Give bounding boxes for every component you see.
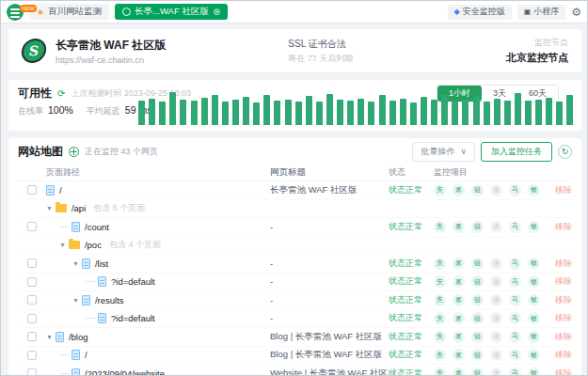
monitor-badge-马[interactable]: 马 bbox=[509, 331, 521, 343]
monitor-badge-篡[interactable]: 篡 bbox=[453, 184, 465, 196]
monitor-badge-链[interactable]: 链 bbox=[471, 331, 484, 343]
site-url[interactable]: https://waf-ce.chaitin.cn bbox=[56, 55, 166, 65]
page-path[interactable]: / bbox=[85, 350, 87, 360]
page-path[interactable]: / bbox=[59, 185, 62, 196]
refresh-icon[interactable]: ⟳ bbox=[57, 88, 65, 99]
monitor-badge-敏[interactable]: 敏 bbox=[528, 258, 540, 270]
monitor-badge-篡[interactable]: 篡 bbox=[453, 221, 465, 233]
row-checkbox[interactable] bbox=[27, 332, 37, 341]
remove-link[interactable]: 移除 bbox=[555, 313, 572, 322]
monitor-badge-敏[interactable]: 敏 bbox=[528, 312, 540, 324]
monitor-badge-速[interactable]: 速 bbox=[490, 349, 502, 361]
remove-link[interactable]: 移除 bbox=[555, 185, 572, 195]
monitor-badge-马[interactable]: 马 bbox=[509, 258, 521, 270]
remove-link[interactable]: 移除 bbox=[555, 258, 572, 268]
page-path[interactable]: /2023/09/04/website bbox=[85, 368, 165, 376]
monitor-badge-马[interactable]: 马 bbox=[509, 221, 521, 233]
row-checkbox[interactable] bbox=[27, 258, 37, 268]
monitor-badge-链[interactable]: 链 bbox=[471, 349, 484, 361]
row-checkbox[interactable] bbox=[27, 295, 37, 305]
monitor-badge-速[interactable]: 速 bbox=[490, 294, 502, 306]
sitemap-refresh-icon[interactable]: ↻ bbox=[558, 145, 572, 159]
monitor-badge-马[interactable]: 马 bbox=[509, 368, 521, 376]
tree-caret-icon[interactable]: ▼ bbox=[72, 260, 79, 267]
monitor-badge-敏[interactable]: 敏 bbox=[528, 331, 540, 343]
monitor-badge-链[interactable]: 链 bbox=[471, 275, 484, 288]
monitor-badge-篡[interactable]: 篡 bbox=[453, 331, 465, 343]
tree-caret-icon[interactable]: ▼ bbox=[46, 334, 53, 340]
monitor-badge-速[interactable]: 速 bbox=[490, 184, 502, 196]
close-icon[interactable]: ⊗ bbox=[213, 7, 220, 17]
page-path[interactable]: /blog bbox=[69, 332, 88, 342]
monitor-badge-速[interactable]: 速 bbox=[490, 312, 502, 324]
bulk-action-dropdown[interactable]: 批量操作 ∨ bbox=[412, 142, 475, 162]
monitor-badge-敏[interactable]: 敏 bbox=[528, 294, 540, 306]
page-path[interactable]: ?id=default bbox=[111, 276, 155, 287]
row-checkbox[interactable] bbox=[27, 351, 37, 360]
monitor-badge-篡[interactable]: 篡 bbox=[453, 258, 465, 270]
tree-caret-icon[interactable]: ▼ bbox=[46, 205, 53, 212]
monitor-badge-失[interactable]: 失 bbox=[434, 258, 446, 270]
monitor-badge-篡[interactable]: 篡 bbox=[453, 368, 465, 376]
monitor-badge-篡[interactable]: 篡 bbox=[453, 294, 465, 306]
row-checkbox[interactable] bbox=[27, 222, 37, 231]
monitor-badge-链[interactable]: 链 bbox=[471, 258, 484, 270]
monitor-badge-链[interactable]: 链 bbox=[471, 368, 484, 376]
monitor-badge-马[interactable]: 马 bbox=[509, 275, 521, 288]
row-checkbox[interactable] bbox=[27, 277, 37, 287]
page-path[interactable]: /results bbox=[95, 295, 124, 306]
monitor-badge-失[interactable]: 失 bbox=[434, 294, 446, 306]
remove-link[interactable]: 移除 bbox=[555, 276, 572, 286]
monitor-badge-链[interactable]: 链 bbox=[471, 184, 484, 196]
monitor-badge-马[interactable]: 马 bbox=[509, 294, 521, 306]
monitor-badge-失[interactable]: 失 bbox=[434, 275, 446, 288]
monitor-badge-马[interactable]: 马 bbox=[509, 349, 521, 361]
monitor-badge-马[interactable]: 马 bbox=[509, 184, 521, 196]
monitor-badge-失[interactable]: 失 bbox=[434, 312, 446, 324]
page-path[interactable]: /list bbox=[95, 258, 108, 269]
monitor-badge-速[interactable]: 速 bbox=[490, 368, 502, 376]
monitor-badge-链[interactable]: 链 bbox=[471, 294, 484, 306]
monitor-badge-敏[interactable]: 敏 bbox=[528, 368, 540, 376]
tree-caret-icon[interactable]: ▼ bbox=[59, 242, 66, 248]
monitor-badge-敏[interactable]: 敏 bbox=[528, 275, 540, 288]
monitor-badge-敏[interactable]: 敏 bbox=[528, 349, 540, 361]
monitor-badge-马[interactable]: 马 bbox=[509, 312, 521, 324]
monitor-badge-篡[interactable]: 篡 bbox=[453, 275, 465, 288]
monitor-badge-失[interactable]: 失 bbox=[434, 184, 446, 196]
monitor-badge-敏[interactable]: 敏 bbox=[528, 184, 540, 196]
gear-icon[interactable]: ⚙ bbox=[571, 6, 581, 19]
row-checkbox[interactable] bbox=[27, 314, 37, 323]
monitor-badge-失[interactable]: 失 bbox=[434, 221, 446, 233]
tab-baichuan[interactable]: ★ 百川网站监测 bbox=[29, 4, 109, 20]
row-checkbox[interactable] bbox=[27, 185, 37, 195]
monitor-badge-速[interactable]: 速 bbox=[490, 258, 502, 270]
remove-link[interactable]: 移除 bbox=[555, 368, 572, 376]
remove-link[interactable]: 移除 bbox=[555, 350, 572, 359]
tree-caret-icon[interactable]: ▼ bbox=[72, 297, 79, 304]
monitor-badge-速[interactable]: 速 bbox=[490, 331, 502, 343]
latency-bar bbox=[368, 102, 374, 125]
monitor-badge-敏[interactable]: 敏 bbox=[528, 221, 540, 233]
security-edition-button[interactable]: ◆ 安全监控版 bbox=[448, 5, 512, 20]
monitor-badge-失[interactable]: 失 bbox=[434, 368, 446, 376]
monitor-badge-篡[interactable]: 篡 bbox=[453, 312, 465, 324]
row-checkbox[interactable] bbox=[27, 368, 37, 376]
add-monitor-task-button[interactable]: 加入监控任务 bbox=[481, 142, 552, 162]
page-path[interactable]: ?id=default bbox=[111, 313, 155, 323]
tab-safeline-waf[interactable]: 长亭...WAF 社区版 ⊗ bbox=[115, 4, 228, 20]
monitor-badge-链[interactable]: 链 bbox=[471, 312, 484, 324]
monitor-badge-链[interactable]: 链 bbox=[471, 221, 484, 233]
monitor-badge-速[interactable]: 速 bbox=[490, 221, 502, 233]
page-path[interactable]: /count bbox=[85, 222, 109, 232]
mini-program-button[interactable]: ▣ 小程序 bbox=[517, 5, 566, 20]
monitor-badge-速[interactable]: 速 bbox=[490, 275, 502, 288]
monitor-badge-失[interactable]: 失 bbox=[434, 331, 446, 343]
monitor-badge-失[interactable]: 失 bbox=[434, 349, 446, 361]
page-path[interactable]: /poc bbox=[85, 240, 102, 250]
remove-link[interactable]: 移除 bbox=[555, 332, 572, 341]
remove-link[interactable]: 移除 bbox=[555, 222, 572, 231]
remove-link[interactable]: 移除 bbox=[555, 295, 572, 305]
monitor-badge-篡[interactable]: 篡 bbox=[453, 349, 465, 361]
page-path[interactable]: /api bbox=[72, 203, 86, 213]
